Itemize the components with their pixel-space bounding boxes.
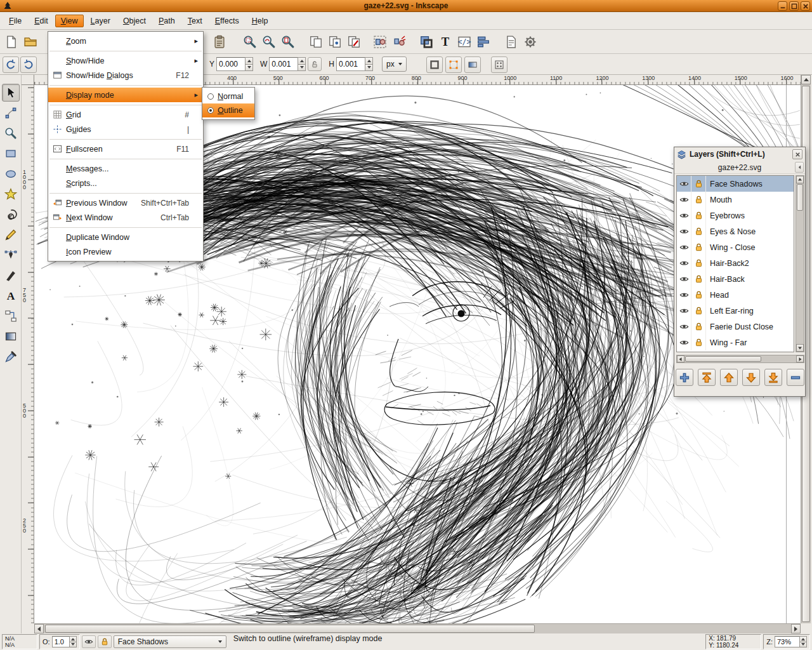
- scroll-up-icon[interactable]: [796, 176, 804, 183]
- collapse-button[interactable]: [795, 162, 804, 173]
- scroll-left-icon[interactable]: [677, 355, 684, 362]
- lower-layer-button[interactable]: [742, 369, 760, 386]
- document-properties-button[interactable]: [502, 33, 520, 51]
- menu-text[interactable]: Text: [182, 15, 208, 27]
- unlink-clone-button[interactable]: [345, 33, 363, 51]
- menu-item-messages[interactable]: Messages...: [48, 161, 203, 176]
- menu-item-display-mode[interactable]: Display mode▸: [48, 88, 203, 102]
- scrollbar-thumb[interactable]: [45, 625, 535, 633]
- menu-path[interactable]: Path: [153, 15, 181, 27]
- layer-lock-toggle[interactable]: [98, 635, 112, 648]
- layer-visibility-toggle[interactable]: [677, 239, 691, 255]
- layer-visibility-toggle[interactable]: [677, 271, 691, 287]
- scrollbar-thumb[interactable]: [685, 356, 761, 362]
- w-steppers[interactable]: [298, 57, 306, 71]
- layer-row[interactable]: Eyes & Nose: [677, 223, 794, 239]
- vertical-ruler[interactable]: 1000750500250: [22, 85, 34, 623]
- layer-lock-toggle[interactable]: [691, 192, 706, 208]
- paste-button[interactable]: [211, 33, 228, 51]
- menu-layer[interactable]: Layer: [85, 15, 116, 27]
- h-input[interactable]: [336, 57, 365, 71]
- layer-row[interactable]: Left Ear-ring: [677, 303, 794, 319]
- current-layer-combo[interactable]: Face Shadows: [114, 635, 226, 648]
- zoom-drawing-button[interactable]: [260, 33, 278, 51]
- menu-object[interactable]: Object: [117, 15, 152, 27]
- menu-item-show-hide[interactable]: Show/Hide▸: [48, 53, 203, 68]
- pen-tool[interactable]: [2, 246, 20, 264]
- layer-row[interactable]: Face Shadows: [677, 176, 794, 192]
- lock-ratio-toggle[interactable]: [308, 57, 322, 71]
- layer-visibility-toggle[interactable]: [677, 255, 691, 271]
- create-clone-button[interactable]: [326, 33, 344, 51]
- opacity-input[interactable]: [52, 636, 70, 647]
- selector-tool[interactable]: [2, 84, 20, 102]
- affect-corners-toggle[interactable]: [445, 56, 462, 73]
- node-tool[interactable]: [2, 104, 20, 122]
- layer-row[interactable]: Eyebrows: [677, 208, 794, 223]
- layer-lock-toggle[interactable]: [691, 319, 706, 335]
- layer-row[interactable]: Head: [677, 287, 794, 303]
- menu-item-previous-window[interactable]: Previous WindowShift+Ctrl+Tab: [48, 196, 203, 210]
- layer-lock-toggle[interactable]: [691, 303, 706, 319]
- align-dialog-button[interactable]: [475, 33, 492, 51]
- ellipse-tool[interactable]: [2, 165, 20, 183]
- units-combo[interactable]: px: [382, 56, 407, 72]
- group-button[interactable]: [371, 33, 389, 51]
- affect-pattern-toggle[interactable]: [491, 56, 508, 73]
- menu-item-normal[interactable]: Normal: [202, 90, 254, 103]
- scroll-right-icon[interactable]: [796, 355, 804, 362]
- h-steppers[interactable]: [365, 57, 373, 71]
- menu-item-duplicate-window[interactable]: Duplicate Window: [48, 230, 203, 244]
- zoom-page-button[interactable]: [279, 33, 297, 51]
- fill-stroke-dialog-button[interactable]: [417, 33, 435, 51]
- scroll-left-icon[interactable]: [34, 624, 44, 633]
- text-dialog-button[interactable]: T: [436, 33, 454, 51]
- rotate-cw-button[interactable]: [20, 56, 37, 73]
- scroll-right-icon[interactable]: [791, 624, 801, 633]
- layer-visibility-toggle[interactable]: [677, 223, 691, 239]
- menu-edit[interactable]: Edit: [29, 15, 54, 27]
- affect-stroke-toggle[interactable]: [426, 56, 443, 73]
- layer-lock-toggle[interactable]: [691, 208, 706, 223]
- layer-visibility-toggle[interactable]: [677, 287, 691, 303]
- layer-lock-toggle[interactable]: [691, 335, 706, 350]
- rotate-ccw-button[interactable]: [3, 56, 19, 73]
- layer-list-hscrollbar[interactable]: [676, 355, 804, 363]
- dropper-tool[interactable]: [2, 348, 20, 366]
- menu-item-icon-preview[interactable]: Icon Preview: [48, 244, 203, 259]
- menu-item-fullscreen[interactable]: FullscreenF11: [48, 142, 203, 156]
- zoom-input[interactable]: [775, 636, 800, 647]
- new-document-button[interactable]: [3, 33, 20, 51]
- lower-layer-to-bottom-button[interactable]: [764, 369, 782, 386]
- layer-visibility-toggle[interactable]: [677, 319, 691, 335]
- star-tool[interactable]: [2, 185, 20, 203]
- menu-file[interactable]: File: [3, 15, 27, 27]
- menu-effects[interactable]: Effects: [209, 15, 245, 27]
- menu-view[interactable]: View: [55, 15, 84, 27]
- layer-visibility-toggle[interactable]: [677, 303, 691, 319]
- ungroup-button[interactable]: [390, 33, 408, 51]
- layer-list-scrollbar[interactable]: [796, 175, 804, 352]
- open-document-button[interactable]: [22, 33, 39, 51]
- w-input[interactable]: [269, 57, 298, 71]
- preferences-button[interactable]: [521, 33, 539, 51]
- scrollbar-thumb[interactable]: [797, 184, 803, 211]
- layer-visibility-toggle[interactable]: [677, 335, 691, 350]
- horizontal-scrollbar[interactable]: [34, 623, 801, 633]
- layer-visibility-toggle[interactable]: [82, 635, 96, 648]
- menu-help[interactable]: Help: [246, 15, 274, 27]
- opacity-steppers[interactable]: [69, 636, 77, 647]
- spiral-tool[interactable]: [2, 206, 20, 223]
- menu-item-grid[interactable]: Grid#: [48, 107, 203, 122]
- fill-stroke-indicator[interactable]: N/A N/A: [2, 634, 37, 649]
- layer-lock-toggle[interactable]: [691, 239, 706, 255]
- layer-row[interactable]: Wing - Close: [677, 239, 794, 255]
- close-button[interactable]: [801, 1, 810, 11]
- layer-lock-toggle[interactable]: [691, 223, 706, 239]
- layer-row[interactable]: Hair-Back: [677, 271, 794, 287]
- calligraphy-tool[interactable]: [2, 267, 20, 284]
- menu-item-next-window[interactable]: Next WindowCtrl+Tab: [48, 210, 203, 225]
- zoom-steppers[interactable]: [799, 636, 807, 647]
- close-icon[interactable]: [792, 149, 802, 159]
- layer-visibility-toggle[interactable]: [677, 192, 691, 208]
